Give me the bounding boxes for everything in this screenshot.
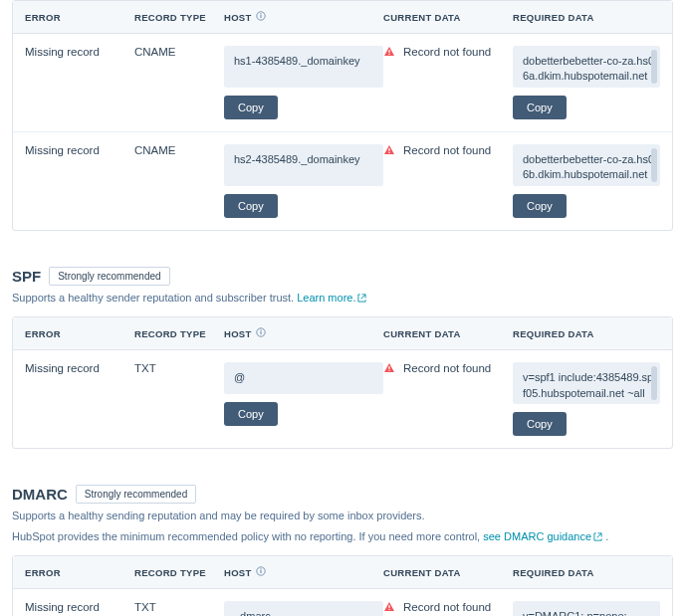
host-codebox[interactable]: @: [224, 362, 383, 394]
section-title: SPF: [12, 268, 41, 285]
table-row: Missing record CNAME hs2-4385489._domain…: [13, 132, 672, 230]
host-codebox[interactable]: hs2-4385489._domainkey: [224, 144, 383, 186]
required-text: dobetterbebetter-co-za.hs06a.dkim.hubspo…: [523, 55, 654, 82]
warning-icon: [383, 46, 395, 60]
table-row: Missing record TXT @ Copy Record not fou…: [13, 350, 672, 448]
copy-button[interactable]: Copy: [513, 412, 567, 436]
dkim-table: ERROR RECORD TYPE HOST CURRENT DATA REQU…: [12, 0, 673, 231]
host-codebox[interactable]: _dmarc: [224, 601, 383, 616]
current-text: Record not found: [403, 144, 491, 156]
cell-current: Record not found: [383, 362, 513, 376]
svg-rect-6: [388, 152, 389, 153]
col-header-host-label: HOST: [224, 328, 252, 339]
cell-error: Missing record: [25, 362, 134, 374]
current-text: Record not found: [403, 362, 491, 374]
col-header-host: HOST: [224, 566, 383, 578]
copy-button[interactable]: Copy: [224, 96, 278, 119]
info-icon[interactable]: [256, 327, 266, 339]
copy-button[interactable]: Copy: [513, 194, 567, 218]
section-description: Supports a healthy sending reputation an…: [12, 508, 673, 524]
col-header-error: ERROR: [25, 327, 134, 339]
col-header-host: HOST: [224, 11, 383, 23]
scrollbar[interactable]: [651, 148, 657, 182]
section-header: SPF Strongly recommended: [12, 267, 673, 286]
cell-current: Record not found: [383, 144, 513, 158]
svg-rect-4: [388, 54, 389, 55]
cell-host: _dmarc Copy: [224, 601, 383, 616]
external-link-icon: [357, 291, 366, 308]
svg-rect-16: [388, 609, 389, 610]
info-icon[interactable]: [256, 566, 266, 578]
col-header-recordtype: RECORD TYPE: [134, 566, 224, 578]
scrollbar[interactable]: [651, 366, 657, 400]
warning-icon: [383, 144, 395, 158]
required-codebox[interactable]: v=DMARC1; p=none;: [513, 601, 660, 616]
cell-required: dobetterbebetter-co-za.hs06a.dkim.hubspo…: [513, 46, 660, 119]
desc-text: HubSpot provides the minimum recommended…: [12, 530, 483, 542]
current-text: Record not found: [403, 601, 491, 613]
spf-section: SPF Strongly recommended Supports a heal…: [0, 255, 685, 316]
cell-error: Missing record: [25, 601, 134, 613]
cell-recordtype: CNAME: [134, 144, 224, 156]
svg-rect-5: [388, 148, 389, 151]
svg-rect-15: [388, 605, 389, 608]
copy-button[interactable]: Copy: [513, 96, 567, 119]
col-header-current: CURRENT DATA: [383, 11, 513, 23]
col-header-required: REQUIRED DATA: [513, 327, 660, 339]
required-codebox[interactable]: dobetterbebetter-co-za.hs06a.dkim.hubspo…: [513, 46, 660, 88]
svg-rect-2: [260, 13, 261, 14]
copy-button[interactable]: Copy: [224, 194, 278, 218]
col-header-host-label: HOST: [224, 567, 252, 578]
dmarc-section: DMARC Strongly recommended Supports a he…: [0, 473, 685, 555]
col-header-recordtype: RECORD TYPE: [134, 11, 224, 23]
copy-button[interactable]: Copy: [224, 402, 278, 426]
recommendation-badge: Strongly recommended: [76, 485, 196, 504]
dmarc-guidance-link[interactable]: see DMARC guidance: [483, 530, 602, 542]
svg-rect-10: [388, 366, 389, 369]
cell-required: v=spf1 include:4385489.spf05.hubspotemai…: [513, 362, 660, 436]
cell-required: dobetterbebetter-co-za.hs06b.dkim.hubspo…: [513, 144, 660, 218]
col-header-host: HOST: [224, 327, 383, 339]
required-codebox[interactable]: v=spf1 include:4385489.spf05.hubspotemai…: [513, 362, 660, 404]
cell-error: Missing record: [25, 144, 134, 156]
desc-text: Supports a healthy sender reputation and…: [12, 292, 297, 304]
cell-host: hs2-4385489._domainkey Copy: [224, 144, 383, 218]
col-header-current: CURRENT DATA: [383, 327, 513, 339]
col-header-error: ERROR: [25, 566, 134, 578]
external-link-icon: [593, 529, 602, 546]
spf-table: ERROR RECORD TYPE HOST CURRENT DATA REQU…: [12, 316, 673, 449]
col-header-host-label: HOST: [224, 12, 252, 23]
required-text: dobetterbebetter-co-za.hs06b.dkim.hubspo…: [523, 153, 654, 180]
svg-rect-3: [388, 50, 389, 53]
table-row: Missing record CNAME hs1-4385489._domain…: [13, 34, 672, 132]
required-codebox[interactable]: dobetterbebetter-co-za.hs06b.dkim.hubspo…: [513, 144, 660, 186]
table-row: Missing record TXT _dmarc Copy Record no…: [13, 589, 672, 616]
svg-rect-9: [260, 330, 261, 331]
cell-current: Record not found: [383, 46, 513, 60]
col-header-current: CURRENT DATA: [383, 566, 513, 578]
col-header-error: ERROR: [25, 11, 134, 23]
scrollbar[interactable]: [651, 50, 657, 84]
col-header-recordtype: RECORD TYPE: [134, 327, 224, 339]
table-header-row: ERROR RECORD TYPE HOST CURRENT DATA REQU…: [13, 556, 672, 589]
section-description: Supports a healthy sender reputation and…: [12, 290, 673, 307]
cell-recordtype: CNAME: [134, 46, 224, 58]
svg-rect-8: [260, 331, 261, 334]
current-text: Record not found: [403, 46, 491, 58]
host-codebox[interactable]: hs1-4385489._domainkey: [224, 46, 383, 88]
svg-rect-11: [388, 370, 389, 371]
svg-rect-1: [260, 15, 261, 18]
col-header-required: REQUIRED DATA: [513, 566, 660, 578]
learn-more-link[interactable]: Learn more.: [297, 292, 366, 304]
table-header-row: ERROR RECORD TYPE HOST CURRENT DATA REQU…: [13, 1, 672, 34]
cell-recordtype: TXT: [134, 362, 224, 374]
cell-error: Missing record: [25, 46, 134, 58]
recommendation-badge: Strongly recommended: [49, 267, 169, 286]
col-header-required: REQUIRED DATA: [513, 11, 660, 23]
info-icon[interactable]: [256, 11, 266, 23]
cell-recordtype: TXT: [134, 601, 224, 613]
cell-host: hs1-4385489._domainkey Copy: [224, 46, 383, 119]
cell-host: @ Copy: [224, 362, 383, 426]
warning-icon: [383, 601, 395, 615]
table-header-row: ERROR RECORD TYPE HOST CURRENT DATA REQU…: [13, 317, 672, 350]
